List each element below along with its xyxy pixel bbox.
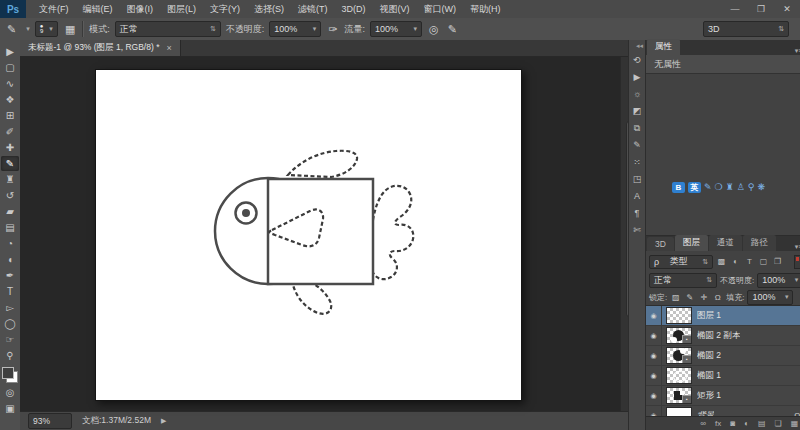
zoom-tool[interactable]: ⚲ [1,348,19,363]
workspace-switcher[interactable]: 3D ⇅ [703,21,789,37]
ime-skin-icon[interactable]: ♜ [726,182,734,193]
clone-stamp-tool[interactable]: ♜ [1,172,19,187]
layer-thumbnail[interactable]: ▪ [666,387,692,404]
zoom-level-input[interactable]: 93% [28,413,72,429]
filter-type-layers-icon[interactable]: T [744,257,755,266]
brush-tool[interactable]: ✎ [1,156,19,171]
gradient-tool[interactable]: ▤ [1,220,19,235]
tab-paths[interactable]: 路径 [743,235,776,251]
eye-icon[interactable]: ◉ [646,386,662,405]
panel-menu-icon[interactable]: ▾≡ [791,243,800,251]
restore-button[interactable]: ❐ [748,0,774,18]
layer-opacity-input[interactable]: 100% ▾ [757,273,800,288]
path-selection-tool[interactable]: ▻ [1,300,19,315]
ime-account-icon[interactable]: ♙ [737,182,745,193]
layer-row-background[interactable]: ◉ 背景 Ω [646,406,800,416]
eye-icon[interactable]: ◉ [646,346,662,365]
tab-layers[interactable]: 图层 [675,235,708,251]
canvas[interactable] [95,69,522,401]
marquee-tool[interactable]: ▢ [1,60,19,75]
styles-panel-icon[interactable]: ◩ [629,104,645,118]
lock-pixels-icon[interactable]: ✎ [684,293,695,302]
actions-panel-icon[interactable]: ▶ [629,70,645,84]
lasso-tool[interactable]: ∿ [1,76,19,91]
brush-dropdown-arrow[interactable]: ▾ [26,25,30,33]
ime-logo-icon[interactable]: B [672,182,685,193]
character-panel-icon[interactable]: A [629,189,645,203]
ime-pen-icon[interactable]: ✎ [704,182,712,193]
layer-blend-mode-select[interactable]: 正常 ⇅ [649,273,717,288]
tab-3d[interactable]: 3D [647,237,674,251]
crop-tool[interactable]: ⊞ [1,108,19,123]
filter-pixel-layers-icon[interactable]: ▩ [716,257,727,266]
eye-icon[interactable]: ◉ [646,366,662,385]
expand-panels-icon[interactable]: ◂◂ [636,42,645,50]
layer-thumbnail[interactable] [666,307,692,324]
close-button[interactable]: ✕ [774,0,800,18]
filter-adjustment-layers-icon[interactable]: ◐ [730,257,741,266]
menu-filter[interactable]: 滤镜(T) [291,0,335,18]
new-layer-icon[interactable]: ❏ [775,417,782,430]
eye-icon[interactable]: ◉ [646,406,662,416]
eyedropper-tool[interactable]: ✐ [1,124,19,139]
ime-search-icon[interactable]: ⚲ [748,182,755,193]
layer-thumbnail[interactable]: ▪ [666,327,692,344]
panel-menu-icon[interactable]: ▾≡ [791,47,800,55]
type-tool[interactable]: T [1,284,19,299]
brush-presets-panel-icon[interactable]: ⁙ [629,155,645,169]
fill-input[interactable]: 100% ▾ [747,290,793,305]
ime-board-icon[interactable]: ❍ [715,182,723,193]
menu-3d[interactable]: 3D(D) [335,0,373,18]
3d-panel-icon[interactable]: ◳ [629,172,645,186]
layer-thumbnail[interactable] [666,407,692,416]
eye-icon[interactable]: ◉ [646,326,662,345]
menu-view[interactable]: 视图(V) [373,0,417,18]
move-tool[interactable]: ▶ [1,44,19,59]
healing-brush-tool[interactable]: ✚ [1,140,19,155]
tool-presets-panel-icon[interactable]: ✄ [629,223,645,237]
screen-mode-button[interactable]: ▣ [1,401,19,416]
document-vertical-scrollbar[interactable] [620,57,628,411]
dodge-tool[interactable]: ◖ [1,252,19,267]
menu-help[interactable]: 帮助(H) [463,0,508,18]
history-brush-tool[interactable]: ↺ [1,188,19,203]
foreground-color-swatch[interactable] [2,367,14,379]
layer-thumbnail[interactable] [666,367,692,384]
layer-row-ellipse-2[interactable]: ◉ ▪ 椭圆 2 [646,346,800,366]
filter-shape-layers-icon[interactable]: ▢ [758,257,769,266]
toggle-brush-panel-icon[interactable]: ▦ [63,23,77,36]
brush-panel-icon[interactable]: ✎ [629,138,645,152]
tablet-pressure-icon[interactable]: ✑ [326,23,339,36]
minimize-button[interactable]: — [722,0,748,18]
menu-layer[interactable]: 图层(L) [160,0,203,18]
layer-row-layer-1[interactable]: ◉ 图层 1 [646,306,800,326]
menu-window[interactable]: 窗口(W) [417,0,464,18]
quick-selection-tool[interactable]: ❖ [1,92,19,107]
adjustment-layer-icon[interactable]: ◐ [744,417,749,430]
link-layers-icon[interactable]: ∞ [700,417,706,430]
layer-row-ellipse-2-copy[interactable]: ◉ ▪ 椭圆 2 副本 [646,326,800,346]
brush-pressure-icon[interactable]: ✎ [446,23,459,36]
filter-toggle-switch[interactable] [794,255,800,269]
ime-language-mode[interactable]: 英 [688,182,701,193]
opacity-input[interactable]: 100% ▾ [269,21,321,37]
tab-properties[interactable]: 属性 [647,39,680,55]
tab-channels[interactable]: 通道 [709,235,742,251]
history-panel-icon[interactable]: ⟲ [629,53,645,67]
delete-layer-icon[interactable]: ▦ [791,417,799,430]
layer-thumbnail[interactable]: ▪ [666,347,692,364]
ime-settings-icon[interactable]: ❋ [757,182,765,193]
status-menu-arrow[interactable]: ▶ [161,417,166,425]
menu-file[interactable]: 文件(F) [32,0,76,18]
eye-icon[interactable]: ◉ [646,306,662,325]
filter-type-select[interactable]: ρ 类型 ⇅ [649,255,713,269]
quick-mask-button[interactable]: ◎ [1,385,19,400]
blur-tool[interactable]: ◔ [1,236,19,251]
layer-row-ellipse-1[interactable]: ◉ 椭圆 1 [646,366,800,386]
brush-preset-picker[interactable]: ●9 ▾ [35,21,58,37]
layer-style-icon[interactable]: fx [715,417,721,430]
paragraph-panel-icon[interactable]: ¶ [629,206,645,220]
ellipse-tool[interactable]: ◯ [1,316,19,331]
clone-source-panel-icon[interactable]: ⧉ [629,121,645,135]
lock-transparency-icon[interactable]: ▨ [670,293,681,302]
